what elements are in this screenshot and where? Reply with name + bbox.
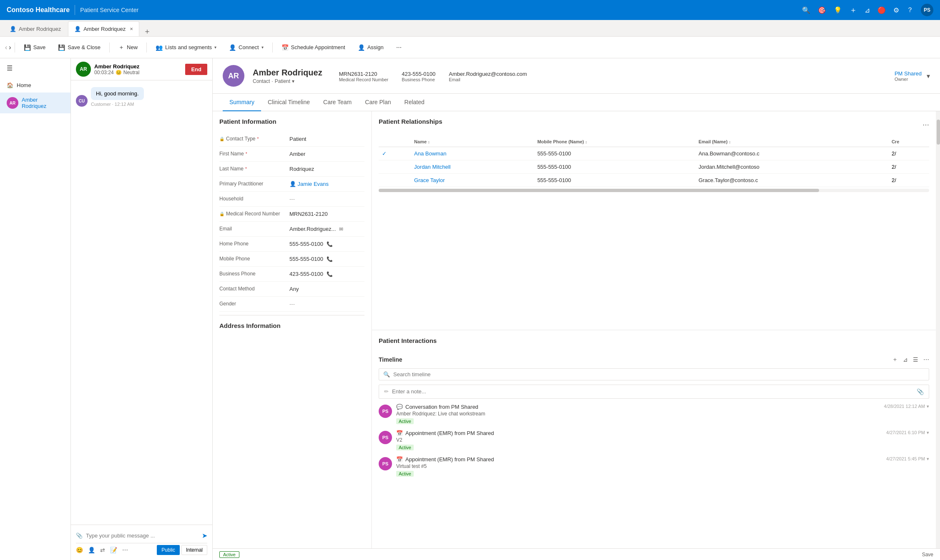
mobile-icon[interactable]: 📞 — [327, 256, 333, 262]
help-icon[interactable]: ？ — [907, 6, 913, 15]
user-avatar[interactable]: PS — [921, 4, 933, 16]
record-avatar: AR — [223, 65, 244, 87]
save-button[interactable]: 💾 Save — [18, 40, 51, 55]
note-input[interactable] — [392, 388, 913, 395]
row-check[interactable]: ✓ — [379, 147, 411, 160]
more-conv-button[interactable]: ⋯ — [122, 547, 128, 553]
appointment-icon-2: 📅 — [396, 456, 403, 462]
status-save-label[interactable]: Save — [922, 552, 933, 558]
email-action-icon[interactable]: ✉ — [339, 226, 343, 232]
timeline-filter-button[interactable]: ⊿ — [903, 356, 908, 363]
note-input-row: ✏ 📎 — [379, 385, 929, 399]
lists-icon: 👥 — [156, 44, 163, 51]
conversation-header: AR Amber Rodriquez 00:03:24 😐 Neutral En… — [71, 58, 212, 80]
home-label: Home — [17, 82, 31, 88]
internal-mode-button[interactable]: Internal — [181, 545, 207, 555]
message-bubble: Hi, good morning. — [91, 87, 144, 100]
tab-inactive[interactable]: 👤 Amber Rodriquez — [3, 21, 67, 36]
tab-active[interactable]: 👤 Amber Rodriquez ✕ — [68, 21, 139, 36]
record-expand-button[interactable]: ▾ — [927, 72, 930, 80]
notes-button[interactable]: 📝 — [110, 547, 117, 553]
expand-icon[interactable]: ▾ — [927, 430, 929, 435]
timeline-item-title: 📅 Appointment (EMR) from PM Shared — [396, 456, 494, 462]
transfer-button[interactable]: ⇄ — [100, 547, 105, 553]
nav-back-button[interactable]: ‹ — [5, 44, 7, 51]
tab-care-plan[interactable]: Care Plan — [358, 94, 397, 111]
relationship-name-link[interactable]: Jordan Mitchell — [414, 164, 450, 170]
filter-icon[interactable]: ⊿ — [865, 6, 870, 14]
relationship-name-link[interactable]: Grace Taylor — [414, 177, 445, 183]
message-input-row: 📎 ➤ — [76, 528, 207, 543]
timeline-avatar: PS — [379, 457, 392, 470]
col-mobile-phone: Mobile Phone (Name) ↕ — [534, 137, 695, 147]
timeline-more-button[interactable]: ⋯ — [923, 356, 929, 363]
new-button[interactable]: ＋ New — [113, 40, 143, 55]
sidebar-item-contact[interactable]: AR Amber Rodriquez — [0, 92, 70, 113]
attachment-icon[interactable]: 📎 — [76, 532, 83, 539]
conversation-avatar: AR — [76, 62, 91, 77]
phone-label: Business Phone — [402, 77, 435, 82]
tab-care-team[interactable]: Care Team — [317, 94, 358, 111]
search-icon: 🔍 — [383, 371, 390, 378]
relationships-more-button[interactable]: ⋯ — [922, 121, 929, 129]
save-close-label: Save & Close — [68, 44, 101, 50]
lock-icon: 🔒 — [219, 212, 224, 216]
more-icon: ⋯ — [396, 44, 402, 50]
lists-button[interactable]: 👥 Lists and segments ▾ — [150, 40, 222, 55]
attachment-note-icon[interactable]: 📎 — [917, 388, 924, 395]
lightbulb-icon[interactable]: 💡 — [834, 6, 842, 14]
vertical-scrollbar[interactable] — [937, 111, 940, 548]
connect-button[interactable]: 👤 Connect ▾ — [224, 40, 269, 55]
new-tab-button[interactable]: ＋ — [140, 26, 154, 36]
gender-value: --- — [289, 301, 364, 307]
target-icon[interactable]: 🎯 — [818, 6, 826, 14]
expand-icon[interactable]: ▾ — [927, 404, 929, 409]
primary-practitioner-value[interactable]: 👤 Jamie Evans — [289, 181, 364, 187]
tab-clinical-timeline[interactable]: Clinical Timeline — [261, 94, 317, 111]
timeline-add-button[interactable]: ＋ — [892, 356, 898, 363]
col-name: Name ↕ — [411, 137, 534, 147]
timeline-view-button[interactable]: ☰ — [913, 356, 918, 363]
nav-forward-button[interactable]: › — [9, 44, 11, 51]
required-indicator: * — [257, 137, 259, 141]
table-row: ✓ Ana Bowman 555-555-0100 Ana.Bowman@con… — [379, 147, 929, 160]
schedule-button[interactable]: 📅 Schedule Appointment — [276, 40, 351, 55]
horizontal-scrollbar[interactable] — [379, 189, 929, 192]
business-phone-icon[interactable]: 📞 — [327, 271, 333, 277]
send-button[interactable]: ➤ — [202, 532, 207, 540]
timeline-search-input[interactable] — [393, 371, 477, 378]
relationship-name-link[interactable]: Ana Bowman — [414, 150, 446, 157]
tab-close-button[interactable]: ✕ — [130, 27, 133, 31]
save-label: Save — [33, 44, 46, 50]
settings-icon[interactable]: ⚙ — [893, 6, 899, 14]
conversation-toolbar: 😊 👤 ⇄ 📝 ⋯ Public Internal — [76, 543, 207, 557]
address-section: Address Information — [219, 315, 364, 329]
record-type-chevron[interactable]: ▾ — [292, 78, 294, 84]
phone-icon[interactable]: 📞 — [327, 241, 333, 247]
emoji-button[interactable]: 😊 — [76, 547, 83, 553]
record-identity: Amber Rodriquez Contact · Patient ▾ — [253, 68, 322, 84]
hamburger-menu[interactable]: ☰ — [0, 58, 70, 78]
record-dot: · — [271, 78, 273, 84]
assign-button[interactable]: 👤 Assign — [352, 40, 389, 55]
top-bar: Contoso Healthcare Patient Service Cente… — [0, 0, 940, 20]
message-avatar: CU — [76, 95, 88, 107]
add-icon[interactable]: ＋ — [850, 5, 857, 15]
tab-summary[interactable]: Summary — [223, 94, 261, 111]
expand-icon[interactable]: ▾ — [927, 456, 929, 462]
public-mode-button[interactable]: Public — [157, 545, 180, 555]
relationships-header-row: Name ↕ Mobile Phone (Name) ↕ Email (Name… — [379, 137, 929, 147]
save-close-button[interactable]: 💾 Save & Close — [53, 40, 106, 55]
notification-icon[interactable]: 🔴 — [877, 6, 886, 14]
search-icon[interactable]: 🔍 — [802, 6, 810, 14]
sidebar-item-home[interactable]: 🏠 Home — [0, 78, 70, 92]
tab-label-active: Amber Rodriquez — [83, 26, 126, 32]
email-field: Amber.Rodriguez@contoso.com Email — [449, 70, 527, 82]
person-add-button[interactable]: 👤 — [88, 547, 95, 553]
action-bar: ‹ › 💾 Save 💾 Save & Close ＋ New 👥 Lists … — [0, 37, 940, 58]
more-actions-button[interactable]: ⋯ — [391, 40, 407, 55]
horizontal-scrollbar-thumb — [379, 189, 819, 192]
message-input[interactable] — [86, 532, 199, 539]
tab-related[interactable]: Related — [398, 94, 431, 111]
end-button[interactable]: End — [185, 64, 207, 75]
